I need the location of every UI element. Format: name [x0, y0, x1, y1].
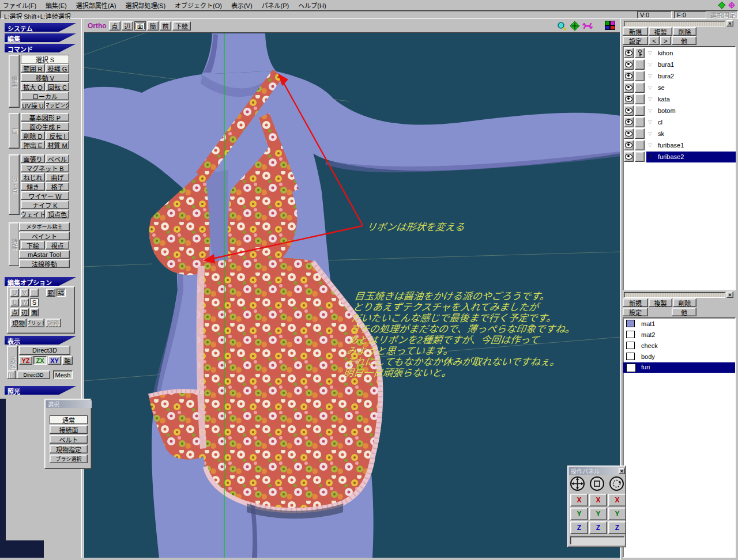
expand-icon[interactable]: ▽ [648, 119, 652, 125]
material-duplicate-button[interactable]: 複製 [649, 298, 672, 307]
move-z-button[interactable]: Z [570, 521, 588, 534]
material-swatch[interactable] [626, 353, 635, 360]
opt-u-button[interactable]: U [10, 289, 19, 297]
cmd-bevel-button[interactable]: ベベル [46, 154, 69, 163]
object-item-selected-row[interactable]: ▼ furibase2 [646, 152, 736, 162]
cmd-material-button[interactable]: 材質 M [46, 141, 69, 149]
material-swatch[interactable] [626, 342, 635, 349]
menu-selection-proc[interactable]: 選択部処理(S) [125, 1, 165, 10]
cmd-viewpoint-button[interactable]: 視点 [46, 241, 69, 249]
material-other-button[interactable]: 他 [672, 308, 696, 316]
pan-icon[interactable] [570, 21, 580, 31]
object-lock-toggle[interactable] [635, 59, 645, 70]
object-item[interactable]: bura1 [658, 61, 674, 68]
object-lock-toggle[interactable] [635, 117, 645, 127]
object-item[interactable]: kata [658, 96, 670, 103]
material-new-button[interactable]: 新規 [623, 298, 648, 307]
rotate-x-button[interactable]: X [608, 494, 626, 506]
menu-edit[interactable]: 編集(E) [46, 1, 67, 10]
cmd-lasso-button[interactable]: 投縄 G [46, 64, 69, 73]
opt-l-button[interactable]: L [10, 298, 19, 307]
expand-icon[interactable]: ▽ [648, 73, 652, 79]
object-delete-button[interactable]: 削除 [673, 27, 696, 36]
object-item[interactable]: se [658, 84, 665, 91]
material-item[interactable]: body [641, 353, 655, 360]
select-belt-button[interactable]: ベルト [50, 435, 88, 444]
object-duplicate-button[interactable]: 複製 [649, 27, 672, 36]
material-panel-scrollbar[interactable] [624, 292, 725, 298]
expand-icon[interactable]: ▽ [648, 85, 652, 90]
cmd-paint-button[interactable]: ペイント [19, 232, 70, 240]
select-panel-titlebar[interactable]: 選択 [46, 400, 92, 408]
cmd-tilt-button[interactable]: 傾き [21, 182, 45, 191]
object-item[interactable]: botom [658, 107, 676, 114]
material-item[interactable]: mat2 [641, 331, 655, 338]
select-connected-button[interactable]: 接続面 [50, 425, 88, 434]
expand-icon[interactable]: ▽ [648, 131, 652, 137]
cmd-uv-button[interactable]: UV操 U [21, 101, 45, 109]
cmd-range-button[interactable]: 範囲 R [21, 64, 45, 73]
material-panel-close-icon[interactable]: × [726, 292, 733, 298]
cmd-primitive-button[interactable]: 基本図形 P [21, 113, 69, 122]
cmd-weight-button[interactable]: ウェイト [21, 210, 45, 218]
opt-grid-button[interactable]: グリッド [28, 319, 44, 327]
object-lock-toggle[interactable] [635, 152, 645, 162]
material-settings-button[interactable]: 設定 [623, 308, 648, 316]
cmd-local-button[interactable]: ローカル [21, 92, 69, 100]
move-tool-button[interactable] [570, 476, 585, 491]
rotate-z-button[interactable]: Z [608, 521, 626, 534]
display-axis-button[interactable]: 軸 [62, 356, 73, 365]
cmd-bend-button[interactable]: 曲げ [46, 173, 69, 181]
cmd-move-button[interactable]: 移動 V [21, 73, 69, 82]
group-tab-edit[interactable]: 編集 [9, 55, 20, 108]
object-visibility-toggle[interactable] [624, 128, 634, 139]
select-normal-button[interactable]: 通常 [50, 415, 88, 424]
object-next-button[interactable]: > [660, 36, 671, 45]
cmd-underlay-button[interactable]: 下絵 [21, 241, 45, 249]
display-direct3d-button[interactable]: Direct3D [19, 346, 70, 355]
display-bars-icon-button[interactable]: ||| [7, 370, 16, 379]
object-visibility-toggle[interactable] [624, 117, 634, 127]
object-visibility-toggle[interactable] [624, 140, 634, 150]
expand-icon[interactable]: ▽ [648, 108, 652, 113]
opt-blank-button[interactable] [30, 289, 39, 297]
object-item[interactable]: bura2 [658, 73, 674, 80]
scale-z-button[interactable]: Z [589, 521, 607, 534]
display-xy-button[interactable]: XY [48, 356, 61, 365]
object-item[interactable]: furibase1 [658, 142, 684, 149]
cmd-select-button[interactable]: 選択 S [21, 55, 69, 63]
material-item[interactable]: check [641, 342, 658, 349]
object-lock-toggle[interactable] [635, 82, 645, 93]
vp-point-button[interactable]: 点 [109, 21, 121, 31]
viewport[interactable]: Ortho 点 辺 面 簡 前 下絵 [84, 19, 620, 558]
cmd-invert-button[interactable]: 反転 I [46, 131, 69, 140]
opt-edge-button[interactable]: 辺 [20, 308, 29, 316]
opt-v-button[interactable]: V [20, 289, 29, 297]
cmd-twist-button[interactable]: ねじれ [21, 173, 45, 181]
material-list[interactable] [623, 317, 736, 558]
object-lock-toggle[interactable] [635, 94, 645, 104]
menu-file[interactable]: ファイル(F) [3, 1, 36, 10]
vp-face-button[interactable]: 面 [134, 21, 146, 31]
object-item[interactable]: cl [658, 119, 662, 126]
object-settings-button[interactable]: 設定 [623, 36, 648, 45]
vp-simple-button[interactable]: 簡 [147, 21, 159, 31]
expand-icon[interactable]: ▼ [648, 154, 653, 160]
menu-panel[interactable]: パネル(P) [262, 1, 289, 10]
opt-current-button[interactable]: 現物 [10, 319, 27, 327]
scale-x-button[interactable]: X [589, 494, 607, 506]
object-visibility-toggle[interactable] [624, 152, 634, 162]
object-prev-button[interactable]: < [649, 36, 660, 45]
cmd-face-stretch-button[interactable]: 面張り [21, 154, 45, 163]
quad-view-icon[interactable] [605, 21, 615, 30]
select-current-button[interactable]: 現物指定 [50, 445, 88, 453]
cmd-normal-move-button[interactable]: 法線移動 [19, 259, 70, 268]
opt-face-button[interactable]: 面 [30, 308, 39, 316]
group-tab-face[interactable]: 面 [9, 113, 20, 149]
expand-icon[interactable]: ▽ [648, 142, 652, 148]
object-item[interactable]: kihon [658, 50, 673, 56]
vp-underlay-button[interactable]: 下絵 [172, 21, 191, 31]
object-item[interactable]: sk [658, 130, 664, 137]
object-lock-toggle[interactable] [635, 105, 645, 116]
opt-s-button[interactable]: S [30, 298, 39, 307]
